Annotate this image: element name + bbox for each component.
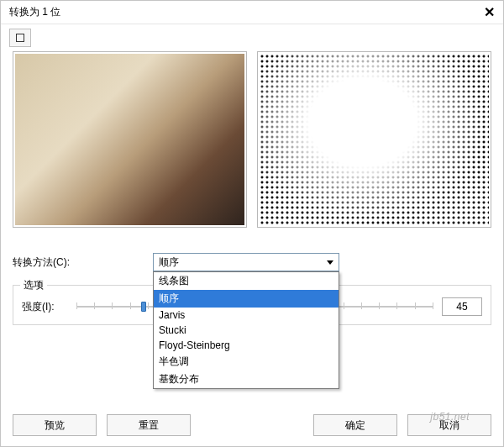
method-option-floyd-steinberg[interactable]: Floyd-Steinberg [154, 338, 339, 353]
method-selected: 顺序 [159, 255, 179, 270]
preview-button[interactable]: 预览 [13, 414, 97, 436]
method-option-jarvis[interactable]: Jarvis [154, 308, 339, 323]
method-option-stucki[interactable]: Stucki [154, 323, 339, 338]
button-bar: 预览 重置 确定 取消 [1, 414, 503, 436]
close-icon[interactable]: ✕ [484, 4, 495, 20]
method-combo-box[interactable]: 顺序 [153, 253, 339, 271]
method-dropdown: 线条图 顺序 Jarvis Stucki Floyd-Steinberg 半色调… [153, 271, 339, 389]
intensity-input[interactable] [442, 297, 482, 316]
method-option-halftone[interactable]: 半色调 [154, 353, 339, 371]
slider-knob[interactable] [141, 302, 146, 312]
method-option-ordered[interactable]: 顺序 [154, 290, 339, 308]
method-combo[interactable]: 顺序 线条图 顺序 Jarvis Stucki Floyd-Steinberg … [153, 253, 339, 271]
single-window-toggle[interactable] [9, 29, 31, 47]
halftone-pattern [260, 54, 489, 225]
intensity-label: 强度(I): [22, 300, 68, 314]
method-label: 转换方法(C): [13, 255, 153, 270]
original-image [15, 54, 244, 225]
chevron-down-icon [327, 260, 333, 265]
window-title: 转换为 1 位 [9, 5, 60, 19]
cancel-button[interactable]: 取消 [407, 414, 491, 436]
method-block: 转换方法(C): 顺序 线条图 顺序 Jarvis Stucki Floyd-S… [1, 248, 503, 281]
preview-original[interactable] [13, 51, 247, 228]
preview-area [1, 51, 503, 248]
square-icon [16, 34, 24, 42]
method-option-lines[interactable]: 线条图 [154, 272, 339, 290]
reset-button[interactable]: 重置 [107, 414, 191, 436]
method-option-cardinality[interactable]: 基数分布 [154, 371, 339, 388]
options-legend: 选项 [20, 278, 47, 292]
titlebar: 转换为 1 位 ✕ [1, 1, 503, 24]
preview-result[interactable] [257, 51, 491, 228]
ok-button[interactable]: 确定 [313, 414, 397, 436]
result-image [260, 54, 489, 225]
toolbar [1, 24, 503, 51]
convert-to-1bit-dialog: 转换为 1 位 ✕ 转换方法(C): 顺序 线条图 [0, 0, 504, 447]
